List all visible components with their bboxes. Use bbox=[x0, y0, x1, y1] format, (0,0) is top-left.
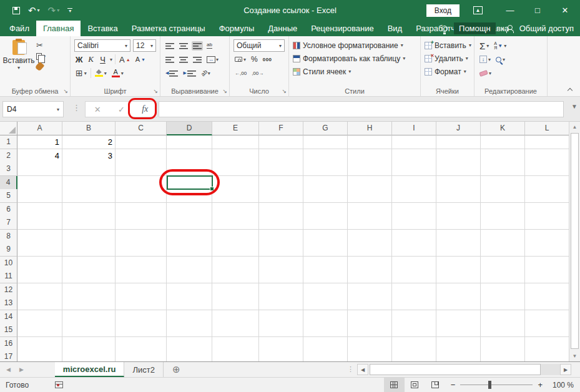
row-header-12[interactable]: 12 bbox=[0, 283, 17, 297]
cell-I6[interactable] bbox=[392, 203, 436, 217]
sheetbar-resize-handle[interactable]: ⋮ bbox=[347, 365, 354, 373]
cell-I2[interactable] bbox=[392, 149, 436, 163]
cell-C15[interactable] bbox=[116, 323, 167, 337]
row-header-16[interactable]: 16 bbox=[0, 337, 17, 351]
column-header-F[interactable]: F bbox=[259, 122, 303, 135]
cell-C6[interactable] bbox=[116, 203, 167, 217]
row-header-15[interactable]: 15 bbox=[0, 323, 17, 337]
cell-D13[interactable] bbox=[167, 296, 212, 310]
number-dialog-launcher-icon[interactable]: ↘ bbox=[282, 88, 287, 94]
cell-I9[interactable] bbox=[392, 243, 436, 257]
cell-D2[interactable] bbox=[167, 149, 212, 163]
cell-G17[interactable] bbox=[303, 350, 348, 361]
cell-F1[interactable] bbox=[259, 135, 303, 149]
cell-F16[interactable] bbox=[259, 337, 303, 351]
cell-L1[interactable] bbox=[525, 135, 569, 149]
cell-L2[interactable] bbox=[525, 149, 569, 163]
cell-A12[interactable] bbox=[17, 283, 62, 297]
increase-decimal-button[interactable]: ←,00 bbox=[233, 70, 248, 77]
cell-C13[interactable] bbox=[116, 296, 167, 310]
row-header-10[interactable]: 10 bbox=[0, 257, 17, 270]
comma-style-button[interactable]: 000 bbox=[262, 56, 273, 63]
cell-I8[interactable] bbox=[392, 230, 436, 243]
align-right-button[interactable] bbox=[192, 55, 203, 64]
cell-A13[interactable] bbox=[17, 296, 62, 310]
cell-C9[interactable] bbox=[116, 243, 167, 257]
cell-K9[interactable] bbox=[481, 243, 525, 257]
cell-G1[interactable] bbox=[303, 135, 348, 149]
cell-B15[interactable] bbox=[62, 323, 116, 337]
paste-button[interactable]: Вставить ▾ bbox=[2, 39, 35, 85]
cell-B7[interactable] bbox=[62, 216, 116, 230]
cell-H3[interactable] bbox=[348, 162, 392, 176]
cell-F9[interactable] bbox=[259, 243, 303, 257]
row-header-7[interactable]: 7 bbox=[0, 216, 17, 230]
ribbon-tab-0[interactable]: Файл bbox=[2, 21, 36, 36]
cell-E6[interactable] bbox=[212, 203, 259, 217]
percent-style-button[interactable]: % bbox=[250, 54, 259, 64]
cell-B11[interactable] bbox=[62, 270, 116, 283]
save-icon[interactable] bbox=[12, 7, 20, 14]
cell-A10[interactable] bbox=[17, 257, 62, 270]
cell-D7[interactable] bbox=[167, 216, 212, 230]
cell-K15[interactable] bbox=[481, 323, 525, 337]
macro-record-icon[interactable] bbox=[55, 381, 63, 388]
font-dialog-launcher-icon[interactable]: ↘ bbox=[153, 88, 158, 94]
cell-H14[interactable] bbox=[348, 310, 392, 324]
format-as-table-button[interactable]: Форматировать как таблицу▾ bbox=[292, 52, 418, 65]
cell-B12[interactable] bbox=[62, 283, 116, 297]
undo-icon[interactable]: ↶▾ bbox=[28, 6, 40, 15]
cell-J11[interactable] bbox=[436, 270, 481, 283]
cell-D14[interactable] bbox=[167, 310, 212, 324]
next-sheet-icon[interactable]: ▶ bbox=[19, 366, 24, 373]
cell-I16[interactable] bbox=[392, 337, 436, 351]
cell-B4[interactable] bbox=[62, 176, 116, 190]
orientation-button[interactable]: ab▾ bbox=[200, 69, 212, 77]
column-header-D[interactable]: D bbox=[167, 122, 212, 135]
cell-K1[interactable] bbox=[481, 135, 525, 149]
cell-G9[interactable] bbox=[303, 243, 348, 257]
cell-K6[interactable] bbox=[481, 203, 525, 217]
vertical-scrollbar[interactable]: ▲ ▼ bbox=[569, 122, 580, 361]
cell-G8[interactable] bbox=[303, 230, 348, 243]
cell-J7[interactable] bbox=[436, 216, 481, 230]
cell-C12[interactable] bbox=[116, 283, 167, 297]
cell-K12[interactable] bbox=[481, 283, 525, 297]
font-name-select[interactable]: Calibri▾ bbox=[74, 39, 130, 52]
decrease-decimal-button[interactable]: ,00→ bbox=[250, 70, 265, 77]
cell-J8[interactable] bbox=[436, 230, 481, 243]
cell-J15[interactable] bbox=[436, 323, 481, 337]
cell-E2[interactable] bbox=[212, 149, 259, 163]
sign-in-button[interactable]: Вход bbox=[426, 4, 460, 17]
cell-D15[interactable] bbox=[167, 323, 212, 337]
cell-K14[interactable] bbox=[481, 310, 525, 324]
cell-H12[interactable] bbox=[348, 283, 392, 297]
font-color-button[interactable]: А▾ bbox=[111, 68, 125, 78]
cell-J10[interactable] bbox=[436, 257, 481, 270]
cell-F13[interactable] bbox=[259, 296, 303, 310]
cell-L7[interactable] bbox=[525, 216, 569, 230]
cell-F3[interactable] bbox=[259, 162, 303, 176]
zoom-slider-handle[interactable] bbox=[488, 381, 491, 389]
cell-F14[interactable] bbox=[259, 310, 303, 324]
cell-C14[interactable] bbox=[116, 310, 167, 324]
bold-button[interactable]: Ж bbox=[74, 55, 84, 64]
cell-B14[interactable] bbox=[62, 310, 116, 324]
cell-G7[interactable] bbox=[303, 216, 348, 230]
italic-button[interactable]: К bbox=[86, 54, 96, 64]
cell-L6[interactable] bbox=[525, 203, 569, 217]
cell-F15[interactable] bbox=[259, 323, 303, 337]
underline-dropdown[interactable]: ▾ bbox=[110, 57, 112, 62]
cell-D8[interactable] bbox=[167, 230, 212, 243]
cell-H9[interactable] bbox=[348, 243, 392, 257]
row-header-5[interactable]: 5 bbox=[0, 189, 17, 203]
column-header-L[interactable]: L bbox=[525, 122, 569, 135]
row-header-11[interactable]: 11 bbox=[0, 270, 17, 283]
cell-K10[interactable] bbox=[481, 257, 525, 270]
cell-L5[interactable] bbox=[525, 189, 569, 203]
cell-E15[interactable] bbox=[212, 323, 259, 337]
cell-I7[interactable] bbox=[392, 216, 436, 230]
cell-B6[interactable] bbox=[62, 203, 116, 217]
row-header-3[interactable]: 3 bbox=[0, 162, 17, 176]
cell-A11[interactable] bbox=[17, 270, 62, 283]
